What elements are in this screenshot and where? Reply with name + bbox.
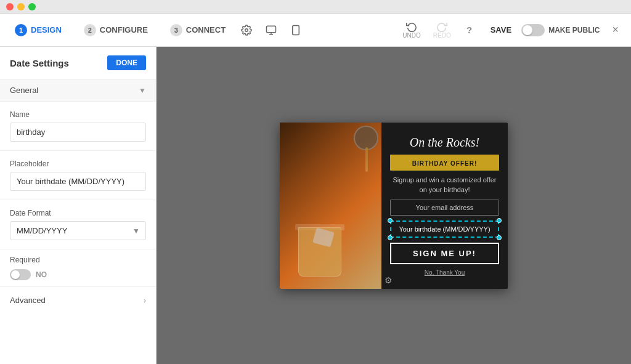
date-format-select[interactable]: MM/DD/YYYY DD/MM/YYYY YYYY/MM/DD bbox=[10, 221, 146, 240]
popup-decline-link[interactable]: No, Thank You bbox=[390, 269, 499, 276]
redo-btn[interactable]: REDO bbox=[428, 18, 456, 41]
step-num-design: 1 bbox=[15, 24, 27, 36]
required-toggle-knob bbox=[11, 270, 20, 279]
canvas-area: On the Rocks! BIRTHDAY OFFER! Signup and… bbox=[157, 47, 631, 364]
popup-birthdate-wrapper: Your birthdate (MM/DD/YYYY) bbox=[390, 220, 499, 238]
date-format-select-wrapper: MM/DD/YYYY DD/MM/YYYY YYYY/MM/DD ▼ bbox=[10, 221, 146, 240]
panel-title: Date Settings bbox=[10, 58, 69, 68]
popup-settings-gear[interactable]: ⚙ bbox=[385, 275, 393, 285]
top-nav: 1 Design 2 Configure 3 Connect bbox=[0, 14, 631, 47]
popup-cta-button[interactable]: SIGN ME UP! bbox=[390, 243, 499, 264]
glass-body bbox=[298, 227, 341, 277]
general-section-header[interactable]: General ▼ bbox=[0, 79, 156, 102]
undo-icon bbox=[406, 21, 417, 32]
ice-cube bbox=[312, 227, 334, 247]
advanced-section[interactable]: Advanced › bbox=[0, 287, 156, 313]
svg-rect-1 bbox=[267, 26, 276, 33]
step-label-connect: Connect bbox=[186, 25, 226, 34]
undo-label: UNDO bbox=[402, 32, 420, 39]
nav-step-connect[interactable]: 3 Connect bbox=[163, 20, 233, 40]
toggle-knob bbox=[523, 25, 532, 35]
make-public-label: MAKE PUBLIC bbox=[548, 26, 600, 34]
redo-label: REDO bbox=[433, 32, 451, 39]
left-panel: Date Settings DONE General ▼ Name Placeh… bbox=[0, 47, 157, 364]
pour-stream-visual bbox=[365, 147, 368, 172]
handle-br bbox=[497, 235, 502, 240]
redo-icon bbox=[436, 21, 447, 32]
popup-title: On the Rocks! bbox=[390, 135, 499, 150]
help-btn[interactable]: ? bbox=[458, 19, 481, 41]
popup-image bbox=[280, 123, 381, 289]
desktop-icon bbox=[266, 25, 277, 36]
undo-btn[interactable]: UNDO bbox=[397, 18, 425, 41]
required-toggle-control[interactable] bbox=[10, 269, 31, 280]
title-bar bbox=[0, 0, 631, 14]
handle-bl bbox=[388, 235, 393, 240]
name-label: Name bbox=[10, 110, 146, 119]
nav-step-design[interactable]: 1 Design bbox=[7, 20, 69, 40]
name-field-group: Name bbox=[0, 102, 156, 151]
advanced-chevron-icon: › bbox=[144, 296, 146, 305]
panel-header: Date Settings DONE bbox=[0, 47, 156, 79]
required-no-label: NO bbox=[36, 270, 47, 279]
done-button[interactable]: DONE bbox=[107, 55, 146, 70]
strainer-visual bbox=[354, 126, 378, 150]
popup-subtitle-band: BIRTHDAY OFFER! bbox=[390, 155, 499, 171]
popup-birthdate-field[interactable]: Your birthdate (MM/DD/YYYY) bbox=[390, 220, 499, 238]
popup-image-bg bbox=[280, 123, 381, 289]
toggle-control[interactable] bbox=[521, 24, 545, 36]
general-chevron-icon: ▼ bbox=[139, 86, 146, 95]
popup-content: On the Rocks! BIRTHDAY OFFER! Signup and… bbox=[381, 123, 508, 289]
placeholder-label: Placeholder bbox=[10, 160, 146, 168]
step-num-configure: 2 bbox=[84, 24, 96, 36]
popup-email-field[interactable]: Your email address bbox=[390, 200, 499, 216]
svg-point-0 bbox=[245, 28, 248, 31]
main-layout: Date Settings DONE General ▼ Name Placeh… bbox=[0, 47, 631, 364]
step-label-design: Design bbox=[31, 25, 62, 34]
maximize-traffic-light[interactable] bbox=[28, 3, 36, 10]
required-toggle-row: NO bbox=[10, 269, 146, 280]
make-public-toggle[interactable]: MAKE PUBLIC bbox=[521, 24, 600, 36]
save-button[interactable]: SAVE bbox=[483, 22, 519, 38]
desktop-icon-btn[interactable] bbox=[260, 19, 282, 41]
step-label-configure: Configure bbox=[100, 25, 148, 34]
required-label: Required bbox=[10, 256, 146, 264]
minimize-traffic-light[interactable] bbox=[17, 3, 25, 10]
name-input[interactable] bbox=[10, 123, 146, 142]
handle-tr bbox=[497, 218, 502, 223]
date-format-label: Date Format bbox=[10, 209, 146, 217]
placeholder-input[interactable] bbox=[10, 172, 146, 191]
help-icon: ? bbox=[466, 25, 472, 35]
gear-icon bbox=[241, 25, 252, 36]
advanced-label: Advanced bbox=[10, 296, 46, 305]
popup-card: On the Rocks! BIRTHDAY OFFER! Signup and… bbox=[280, 123, 508, 289]
close-button[interactable]: × bbox=[607, 21, 624, 39]
settings-icon-btn[interactable] bbox=[235, 19, 258, 41]
popup-subtitle: BIRTHDAY OFFER! bbox=[412, 160, 478, 167]
popup-description: Signup and win a customized offer on you… bbox=[390, 176, 499, 195]
placeholder-field-group: Placeholder bbox=[0, 151, 156, 200]
glass-visual bbox=[292, 209, 348, 277]
general-section-label: General bbox=[10, 86, 38, 95]
step-num-connect: 3 bbox=[170, 24, 182, 36]
date-format-field-group: Date Format MM/DD/YYYY DD/MM/YYYY YYYY/M… bbox=[0, 200, 156, 249]
nav-step-configure[interactable]: 2 Configure bbox=[76, 20, 155, 40]
required-row: Required NO bbox=[0, 249, 156, 287]
mobile-icon bbox=[290, 25, 301, 36]
mobile-icon-btn[interactable] bbox=[285, 19, 307, 41]
handle-tl bbox=[388, 218, 393, 223]
close-traffic-light[interactable] bbox=[6, 3, 14, 10]
